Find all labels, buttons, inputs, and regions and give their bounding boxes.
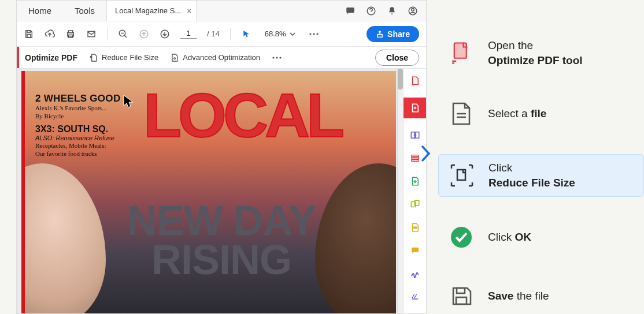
svg-rect-25 — [412, 160, 419, 162]
tools-rail — [403, 69, 426, 313]
advanced-optimization-button[interactable]: Advanced Optimization — [170, 53, 260, 63]
tab-document-label: Local Magazine S... — [115, 6, 181, 15]
tab-home[interactable]: Home — [17, 1, 63, 21]
print-icon[interactable] — [65, 29, 76, 39]
svg-rect-4 — [27, 31, 30, 33]
chevron-down-icon — [290, 32, 295, 36]
svg-rect-34 — [456, 297, 467, 304]
step-open-tool: Open theOptimize PDF tool — [438, 32, 644, 73]
close-icon[interactable]: × — [187, 6, 191, 16]
mouse-cursor-icon — [123, 94, 135, 109]
save-step-icon — [449, 283, 474, 309]
document-area: 2 WHEELS GOOD Alexis K.'s Favorite Spots… — [17, 69, 426, 313]
svg-rect-31 — [457, 170, 465, 180]
svg-rect-28 — [413, 227, 416, 228]
file-step-icon — [449, 101, 474, 126]
photo-person-left — [21, 163, 106, 313]
main-toolbar: / 14 68.8% Share — [17, 21, 426, 47]
create-pdf-icon[interactable] — [409, 74, 421, 87]
reduce-step-icon — [449, 163, 475, 188]
tab-bar: Home Tools Local Magazine S... × — [17, 1, 426, 21]
comment-tool-icon[interactable] — [409, 244, 421, 257]
step-click-ok: Click OK — [438, 219, 644, 256]
acrobat-window: Home Tools Local Magazine S... × / 14 68… — [16, 0, 427, 314]
magazine-kicker: 2 WHEELS GOOD Alexis K.'s Favorite Spots… — [35, 93, 120, 158]
cloud-upload-icon[interactable] — [45, 29, 55, 39]
step-text: Save the file — [488, 289, 549, 304]
svg-point-14 — [313, 33, 314, 35]
pdf-page[interactable]: 2 WHEELS GOOD Alexis K.'s Favorite Spots… — [21, 71, 396, 313]
optimize-pdf-icon[interactable] — [404, 98, 427, 118]
step-save-file: Save the file — [438, 278, 644, 314]
chevron-right-icon — [419, 144, 432, 163]
reduce-file-icon — [89, 53, 98, 63]
svg-rect-5 — [27, 34, 31, 37]
tutorial-steps: Open theOptimize PDF tool Select a file … — [427, 0, 644, 314]
arrow-up-circle-icon[interactable] — [139, 29, 149, 39]
send-icon[interactable] — [409, 175, 421, 188]
zoom-dropdown[interactable]: 68.8% — [262, 28, 298, 40]
step-reduce-file-size[interactable]: ClickReduce File Size — [438, 154, 644, 196]
user-icon[interactable] — [408, 6, 418, 16]
pointer-icon[interactable] — [241, 29, 251, 39]
bell-icon[interactable] — [387, 6, 397, 16]
tab-document[interactable]: Local Magazine S... × — [106, 1, 197, 21]
measure-icon[interactable] — [409, 290, 421, 303]
page-number-input[interactable] — [180, 29, 197, 39]
svg-point-17 — [174, 58, 176, 59]
step-text: ClickReduce File Size — [488, 160, 575, 190]
svg-point-3 — [412, 8, 414, 11]
scrollbar-thumb[interactable] — [398, 69, 403, 89]
optimize-tool-step-icon — [449, 40, 474, 66]
share-button[interactable]: Share — [367, 26, 419, 42]
optimize-title: Optimize PDF — [25, 53, 77, 62]
step-text: Click OK — [488, 230, 531, 245]
svg-rect-30 — [454, 43, 467, 58]
redact-icon[interactable] — [409, 221, 421, 234]
step-select-file: Select a file — [438, 95, 644, 132]
sign-icon[interactable] — [409, 267, 421, 280]
more-icon[interactable] — [272, 53, 282, 63]
svg-point-19 — [276, 57, 277, 58]
svg-rect-29 — [412, 248, 419, 252]
tab-tools[interactable]: Tools — [63, 1, 106, 21]
save-icon[interactable] — [24, 29, 34, 39]
svg-point-20 — [279, 57, 281, 58]
check-step-icon — [449, 225, 474, 250]
arrow-down-circle-icon[interactable] — [160, 29, 170, 39]
reduce-file-size-button[interactable]: Reduce File Size — [89, 53, 158, 63]
photo-person-right — [315, 163, 396, 313]
comment-icon[interactable] — [345, 6, 356, 16]
share-arrow-icon — [376, 30, 384, 38]
svg-point-15 — [316, 33, 318, 35]
magazine-headline: NEW DAY RISING — [100, 201, 343, 280]
page-total-label: / 14 — [207, 29, 220, 38]
gear-file-icon — [170, 53, 179, 63]
help-icon[interactable] — [366, 6, 376, 16]
step-text: Open theOptimize PDF tool — [488, 38, 583, 68]
close-button[interactable]: Close — [375, 50, 419, 66]
svg-rect-23 — [412, 155, 419, 157]
magazine-masthead: LOCAL — [143, 79, 341, 151]
zoom-out-icon[interactable] — [118, 29, 128, 39]
scrollbar[interactable] — [397, 69, 403, 313]
svg-point-18 — [272, 57, 274, 58]
svg-rect-0 — [346, 8, 354, 13]
svg-rect-24 — [412, 158, 419, 159]
svg-rect-16 — [377, 34, 382, 37]
more-icon[interactable] — [309, 29, 319, 39]
export-pdf-icon[interactable] — [409, 129, 421, 141]
svg-rect-7 — [68, 31, 73, 33]
step-text: Select a file — [488, 106, 546, 121]
svg-rect-33 — [457, 288, 465, 293]
svg-point-13 — [309, 33, 311, 35]
optimize-toolbar: Optimize PDF Reduce File Size Advanced O… — [17, 47, 426, 69]
mail-icon[interactable] — [86, 29, 97, 39]
combine-icon[interactable] — [409, 198, 421, 211]
